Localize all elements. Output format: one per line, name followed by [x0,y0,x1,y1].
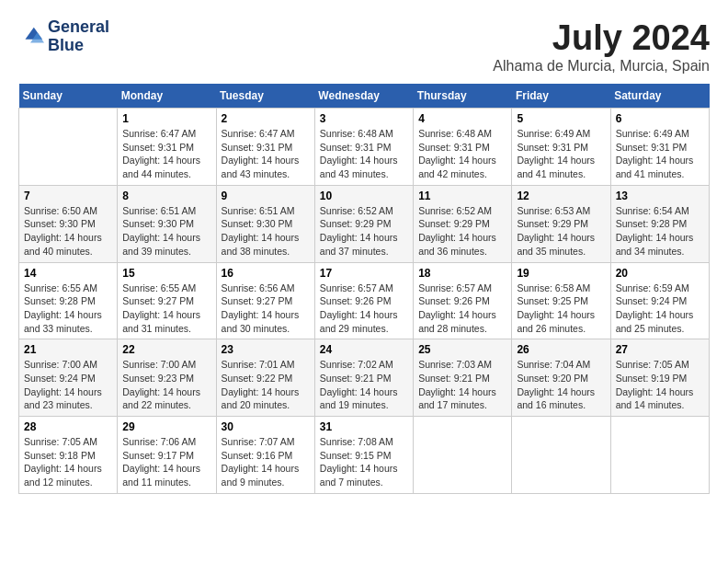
calendar-cell: 1Sunrise: 6:47 AM Sunset: 9:31 PM Daylig… [118,109,216,186]
day-number: 30 [222,420,310,433]
header-day: Tuesday [216,84,314,109]
logo-icon [18,24,44,50]
calendar-cell [610,417,709,494]
calendar-cell: 14Sunrise: 6:55 AM Sunset: 9:28 PM Dayli… [19,262,118,339]
day-info: Sunrise: 6:51 AM Sunset: 9:30 PM Dayligh… [122,204,210,259]
day-info: Sunrise: 6:54 AM Sunset: 9:28 PM Dayligh… [616,204,704,259]
header-day: Saturday [610,84,709,109]
calendar-cell: 29Sunrise: 7:06 AM Sunset: 9:17 PM Dayli… [118,417,216,494]
logo: General Blue [18,18,109,55]
day-number: 25 [418,343,506,356]
week-row: 7Sunrise: 6:50 AM Sunset: 9:30 PM Daylig… [19,185,710,262]
day-info: Sunrise: 7:02 AM Sunset: 9:21 PM Dayligh… [320,358,408,412]
calendar-cell: 20Sunrise: 6:59 AM Sunset: 9:24 PM Dayli… [610,262,709,339]
calendar-cell: 2Sunrise: 6:47 AM Sunset: 9:31 PM Daylig… [216,109,314,186]
day-number: 28 [24,420,112,433]
day-number: 19 [517,267,605,280]
day-info: Sunrise: 7:07 AM Sunset: 9:16 PM Dayligh… [222,435,310,489]
day-number: 21 [24,343,112,356]
calendar-cell: 11Sunrise: 6:52 AM Sunset: 9:29 PM Dayli… [414,185,512,262]
day-info: Sunrise: 6:48 AM Sunset: 9:31 PM Dayligh… [418,127,506,181]
day-number: 22 [122,343,210,356]
header-day: Friday [512,84,610,109]
calendar-cell: 6Sunrise: 6:49 AM Sunset: 9:31 PM Daylig… [610,109,709,186]
day-info: Sunrise: 7:08 AM Sunset: 9:15 PM Dayligh… [320,435,408,489]
day-number: 4 [418,112,506,125]
header-day: Monday [118,84,216,109]
week-row: 14Sunrise: 6:55 AM Sunset: 9:28 PM Dayli… [19,262,710,339]
logo-line1: General [48,18,109,37]
calendar-cell: 27Sunrise: 7:05 AM Sunset: 9:19 PM Dayli… [610,339,709,417]
day-info: Sunrise: 6:53 AM Sunset: 9:29 PM Dayligh… [517,204,605,259]
week-row: 1Sunrise: 6:47 AM Sunset: 9:31 PM Daylig… [19,109,710,186]
day-info: Sunrise: 7:01 AM Sunset: 9:22 PM Dayligh… [222,358,310,412]
day-info: Sunrise: 6:55 AM Sunset: 9:28 PM Dayligh… [24,282,112,336]
day-number: 13 [616,190,704,202]
day-info: Sunrise: 6:58 AM Sunset: 9:25 PM Dayligh… [517,282,605,336]
calendar-cell: 28Sunrise: 7:05 AM Sunset: 9:18 PM Dayli… [19,417,118,494]
header-day: Thursday [414,84,512,109]
calendar-cell: 17Sunrise: 6:57 AM Sunset: 9:26 PM Dayli… [314,262,413,339]
calendar-cell: 8Sunrise: 6:51 AM Sunset: 9:30 PM Daylig… [118,185,216,262]
day-info: Sunrise: 6:47 AM Sunset: 9:31 PM Dayligh… [222,127,310,181]
day-number: 6 [616,112,704,125]
calendar-cell: 30Sunrise: 7:07 AM Sunset: 9:16 PM Dayli… [216,417,314,494]
day-info: Sunrise: 7:00 AM Sunset: 9:24 PM Dayligh… [24,358,112,412]
month-year: July 2024 [493,18,710,58]
calendar-cell: 10Sunrise: 6:52 AM Sunset: 9:29 PM Dayli… [314,185,413,262]
calendar-cell: 3Sunrise: 6:48 AM Sunset: 9:31 PM Daylig… [314,109,413,186]
calendar-cell: 26Sunrise: 7:04 AM Sunset: 9:20 PM Dayli… [512,339,610,417]
day-number: 16 [222,267,310,280]
day-info: Sunrise: 6:59 AM Sunset: 9:24 PM Dayligh… [616,282,704,336]
day-number: 14 [24,267,112,280]
day-number: 8 [122,190,210,202]
calendar-cell: 18Sunrise: 6:57 AM Sunset: 9:26 PM Dayli… [414,262,512,339]
calendar-cell: 12Sunrise: 6:53 AM Sunset: 9:29 PM Dayli… [512,185,610,262]
day-number: 7 [24,190,112,202]
day-number: 9 [222,190,310,202]
day-number: 5 [517,112,605,125]
calendar-cell: 25Sunrise: 7:03 AM Sunset: 9:21 PM Dayli… [414,339,512,417]
calendar-cell: 15Sunrise: 6:55 AM Sunset: 9:27 PM Dayli… [118,262,216,339]
day-number: 29 [122,420,210,433]
calendar-cell: 5Sunrise: 6:49 AM Sunset: 9:31 PM Daylig… [512,109,610,186]
week-row: 21Sunrise: 7:00 AM Sunset: 9:24 PM Dayli… [19,339,710,417]
title-area: July 2024 Alhama de Murcia, Murcia, Spai… [493,18,710,75]
calendar-cell: 21Sunrise: 7:00 AM Sunset: 9:24 PM Dayli… [19,339,118,417]
day-number: 17 [320,267,408,280]
day-info: Sunrise: 6:51 AM Sunset: 9:30 PM Dayligh… [222,204,310,259]
logo-line2: Blue [48,37,109,55]
day-info: Sunrise: 7:06 AM Sunset: 9:17 PM Dayligh… [122,435,210,489]
day-info: Sunrise: 7:05 AM Sunset: 9:18 PM Dayligh… [24,435,112,489]
day-info: Sunrise: 6:55 AM Sunset: 9:27 PM Dayligh… [122,282,210,336]
day-info: Sunrise: 7:03 AM Sunset: 9:21 PM Dayligh… [418,358,506,412]
day-number: 15 [122,267,210,280]
location: Alhama de Murcia, Murcia, Spain [493,58,710,75]
day-info: Sunrise: 6:56 AM Sunset: 9:27 PM Dayligh… [222,282,310,336]
day-info: Sunrise: 7:05 AM Sunset: 9:19 PM Dayligh… [616,358,704,412]
calendar-table: SundayMondayTuesdayWednesdayThursdayFrid… [18,84,710,494]
calendar-cell: 7Sunrise: 6:50 AM Sunset: 9:30 PM Daylig… [19,185,118,262]
calendar-cell: 31Sunrise: 7:08 AM Sunset: 9:15 PM Dayli… [314,417,413,494]
calendar-cell: 19Sunrise: 6:58 AM Sunset: 9:25 PM Dayli… [512,262,610,339]
day-number: 23 [222,343,310,356]
header-row: SundayMondayTuesdayWednesdayThursdayFrid… [19,84,710,109]
day-number: 18 [418,267,506,280]
day-info: Sunrise: 6:52 AM Sunset: 9:29 PM Dayligh… [320,204,408,259]
calendar-cell: 4Sunrise: 6:48 AM Sunset: 9:31 PM Daylig… [414,109,512,186]
calendar-cell: 22Sunrise: 7:00 AM Sunset: 9:23 PM Dayli… [118,339,216,417]
calendar-cell: 23Sunrise: 7:01 AM Sunset: 9:22 PM Dayli… [216,339,314,417]
week-row: 28Sunrise: 7:05 AM Sunset: 9:18 PM Dayli… [19,417,710,494]
calendar-cell [512,417,610,494]
day-info: Sunrise: 6:57 AM Sunset: 9:26 PM Dayligh… [320,282,408,336]
calendar-cell [19,109,118,186]
day-info: Sunrise: 6:47 AM Sunset: 9:31 PM Dayligh… [122,127,210,181]
day-number: 12 [517,190,605,202]
day-number: 2 [222,112,310,125]
calendar-cell: 13Sunrise: 6:54 AM Sunset: 9:28 PM Dayli… [610,185,709,262]
day-number: 20 [616,267,704,280]
day-number: 27 [616,343,704,356]
day-number: 26 [517,343,605,356]
day-info: Sunrise: 6:52 AM Sunset: 9:29 PM Dayligh… [418,204,506,259]
day-number: 10 [320,190,408,202]
